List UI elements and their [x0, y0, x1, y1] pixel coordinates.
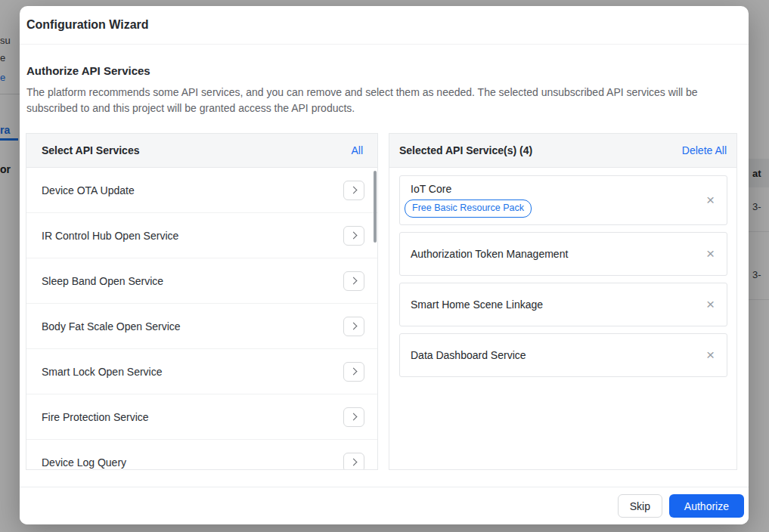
- selected-panel-header: Selected API Service(s) (4) Delete All: [389, 134, 736, 168]
- api-service-list: Device OTA Update IR Control Hub Open Se…: [26, 168, 377, 470]
- transfer-panels: Select API Services All Device OTA Updat…: [26, 133, 737, 470]
- add-service-button[interactable]: [343, 271, 364, 291]
- add-service-button[interactable]: [343, 181, 364, 200]
- add-service-button[interactable]: [343, 407, 364, 427]
- section-title: Authorize API Services: [26, 64, 737, 77]
- add-service-button[interactable]: [343, 226, 364, 246]
- selected-service-name: Smart Home Scene Linkage: [411, 298, 543, 311]
- api-service-row: Body Fat Scale Open Service: [26, 304, 377, 349]
- api-service-name: Device Log Query: [42, 456, 126, 469]
- select-panel-header: Select API Services All: [26, 134, 377, 168]
- remove-service-icon[interactable]: ×: [706, 297, 715, 311]
- select-api-services-panel: Select API Services All Device OTA Updat…: [26, 133, 378, 470]
- chevron-right-icon: [349, 413, 357, 421]
- remove-service-icon[interactable]: ×: [706, 193, 715, 207]
- dialog-header: Configuration Wizard: [20, 6, 749, 45]
- selected-service-card: Smart Home Scene Linkage ×: [399, 283, 727, 326]
- selected-service-card: IoT Core Free Basic Resource Pack ×: [399, 175, 727, 225]
- chevron-right-icon: [349, 277, 357, 285]
- selected-api-services-panel: Selected API Service(s) (4) Delete All I…: [389, 133, 737, 470]
- api-service-row: IR Control Hub Open Service: [26, 213, 377, 258]
- selected-service-name: Authorization Token Management: [411, 248, 568, 260]
- configuration-wizard-dialog: Configuration Wizard Authorize API Servi…: [20, 6, 749, 524]
- chevron-right-icon: [349, 459, 357, 466]
- add-service-button[interactable]: [343, 362, 364, 382]
- chevron-right-icon: [349, 232, 357, 240]
- api-service-row: Device OTA Update: [26, 168, 377, 213]
- api-service-name: IR Control Hub Open Service: [42, 230, 178, 242]
- api-service-name: Smart Lock Open Service: [42, 366, 163, 378]
- dialog-footer: Skip Authorize: [20, 487, 749, 524]
- remove-service-icon[interactable]: ×: [706, 348, 715, 362]
- api-service-row: Smart Lock Open Service: [26, 349, 377, 394]
- selected-service-card: Authorization Token Management ×: [399, 232, 727, 276]
- selected-service-card: Data Dashboard Service ×: [399, 333, 727, 377]
- dialog-title: Configuration Wizard: [26, 18, 149, 32]
- section-description-line2: subscribed to and this project will be g…: [26, 101, 737, 116]
- selected-service-name: IoT Core: [411, 183, 532, 195]
- delete-all-link[interactable]: Delete All: [682, 144, 727, 156]
- api-service-row: Fire Protection Service: [26, 394, 377, 440]
- remove-service-icon[interactable]: ×: [706, 246, 715, 261]
- select-panel-title: Select API Services: [42, 144, 139, 156]
- authorize-button[interactable]: Authorize: [669, 494, 744, 518]
- api-service-name: Body Fat Scale Open Service: [42, 320, 181, 332]
- resource-pack-badge: Free Basic Resource Pack: [405, 200, 532, 218]
- selected-panel-title: Selected API Service(s) (4): [399, 144, 532, 156]
- section-description-line1: The platform recommends some API service…: [26, 85, 737, 101]
- api-service-row: Device Log Query: [26, 440, 377, 470]
- skip-button[interactable]: Skip: [618, 494, 662, 518]
- api-service-row: Sleep Band Open Service: [26, 258, 377, 304]
- chevron-right-icon: [349, 323, 357, 330]
- add-service-button[interactable]: [343, 317, 364, 336]
- add-service-button[interactable]: [343, 453, 364, 471]
- select-all-link[interactable]: All: [351, 144, 363, 156]
- selected-service-cards: IoT Core Free Basic Resource Pack × Auth…: [389, 168, 736, 377]
- api-service-name: Fire Protection Service: [42, 411, 149, 423]
- selected-service-name: Data Dashboard Service: [411, 349, 526, 361]
- api-service-name: Sleep Band Open Service: [42, 275, 163, 287]
- chevron-right-icon: [349, 368, 357, 376]
- chevron-right-icon: [349, 187, 357, 194]
- list-scrollbar-thumb[interactable]: [374, 171, 377, 243]
- api-service-name: Device OTA Update: [42, 184, 135, 196]
